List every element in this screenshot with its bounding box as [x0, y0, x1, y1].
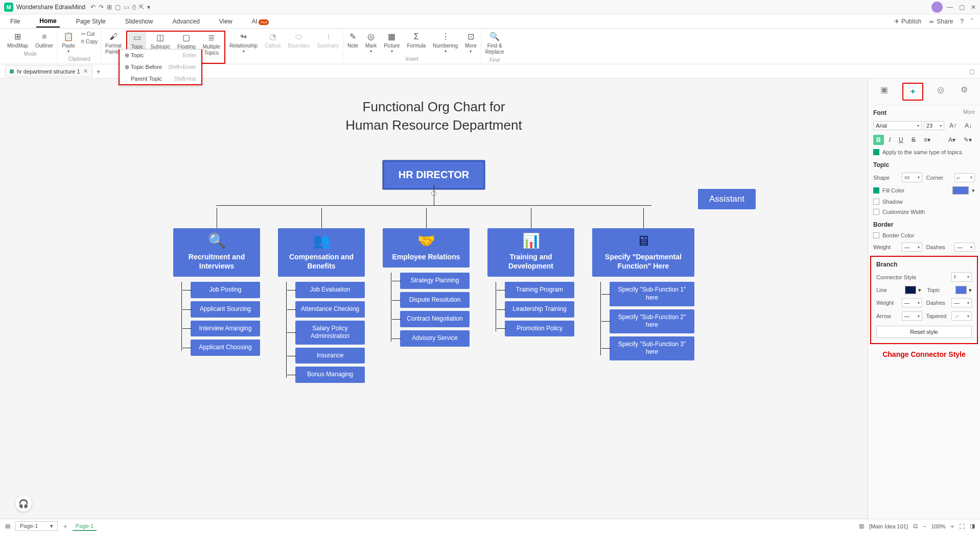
close-icon[interactable]: ✕ [971, 4, 976, 11]
sub-node[interactable]: Specify "Sub-Function 2" here [610, 309, 694, 333]
apply-same-checkbox[interactable]: Apply to the same type of topics [868, 147, 980, 157]
file-tab[interactable]: hr department structure 1 ✕ [5, 65, 92, 77]
sub-node[interactable]: Contract Negotiation [400, 311, 470, 327]
sub-node[interactable]: Attendance Checking [295, 301, 365, 318]
relationship-button[interactable]: ↬Relationship▾ [226, 31, 261, 55]
note-button[interactable]: ✎Note [344, 31, 361, 55]
help-icon[interactable]: ? [960, 18, 964, 25]
fillcolor-checkbox[interactable]: Fill Color▾ [868, 184, 980, 197]
node-assistant[interactable]: Assistant [698, 189, 756, 209]
more-insert-button[interactable]: ⊡More▾ [462, 31, 480, 55]
sub-node[interactable]: Bonus Managing [295, 367, 365, 383]
dd-topic-before[interactable]: ⊕ Topic BeforeShift+Enter [120, 61, 201, 73]
redo-icon[interactable]: ↷ [99, 4, 104, 11]
font-color-button[interactable]: A▾ [945, 135, 959, 145]
new-icon[interactable]: ⊞ [107, 4, 112, 11]
highlight-button[interactable]: ✎▾ [961, 135, 975, 145]
arrow-select[interactable]: —▾ [902, 311, 922, 321]
mindmap-button[interactable]: ⊞MindMap [4, 31, 31, 50]
sb-form-icon[interactable]: ▥ [859, 523, 864, 529]
close-tab-icon[interactable]: ✕ [83, 68, 88, 75]
minimize-icon[interactable]: — [947, 4, 953, 11]
bold-button[interactable]: B [873, 135, 884, 145]
topic-color-swatch[interactable] [955, 286, 967, 294]
paste-button[interactable]: 📋Paste▾ [59, 31, 78, 55]
user-avatar[interactable] [931, 2, 943, 13]
border-weight-select[interactable]: —▾ [902, 243, 922, 252]
font-shrink-button[interactable]: A↓ [962, 120, 975, 131]
dept-node[interactable]: 🤝 Employee Relations [383, 228, 470, 268]
bordercolor-checkbox[interactable]: Border Color [868, 230, 980, 240]
font-family-select[interactable]: Arial▾ [873, 121, 922, 130]
sub-node[interactable]: Promotion Policy [505, 321, 574, 337]
menu-pagestyle[interactable]: Page Style [73, 16, 109, 27]
menu-home[interactable]: Home [36, 15, 59, 28]
sub-node[interactable]: Applicant Choosing [191, 340, 260, 356]
qat-more-icon[interactable]: ▾ [147, 4, 150, 11]
picture-button[interactable]: ▦Picture▾ [381, 31, 403, 55]
export-icon[interactable]: ⇱ [139, 4, 144, 11]
font-more[interactable]: More [963, 109, 975, 115]
sb-fit-icon[interactable]: ⊡ [913, 523, 918, 529]
find-replace-button[interactable]: 🔍Find & Replace [482, 31, 507, 56]
page-select[interactable]: Page-1▾ [15, 521, 58, 531]
sub-node[interactable]: Training Program [505, 282, 574, 298]
line-color-swatch[interactable] [905, 286, 916, 294]
sub-node[interactable]: Advisory Service [400, 330, 470, 347]
strike-button[interactable]: S [908, 135, 919, 145]
shadow-checkbox[interactable]: Shadow [868, 197, 980, 207]
dept-node[interactable]: 🖥 Specify "Departmental Function" Here [592, 228, 694, 277]
publish-button[interactable]: ✈Publish [894, 18, 921, 25]
menu-slideshow[interactable]: Slideshow [122, 16, 156, 27]
sub-node[interactable]: Dispute Resolution [400, 292, 470, 308]
sb-panel-icon[interactable]: ◨ [970, 523, 975, 529]
dd-topic[interactable]: ⊕ TopicEnter [120, 50, 201, 61]
menu-view[interactable]: View [216, 16, 236, 27]
customwidth-checkbox[interactable]: Customize Width [868, 207, 980, 217]
open-icon[interactable]: ▢ [115, 4, 121, 11]
copy-button[interactable]: ⎘Copy [79, 38, 100, 45]
sub-node[interactable]: Applicant Sourcing [191, 301, 260, 318]
zoom-out-button[interactable]: − [923, 523, 926, 529]
save-icon[interactable]: ▭ [124, 4, 129, 11]
menu-advanced[interactable]: Advanced [169, 16, 202, 27]
sidetab-style[interactable]: ✦ [902, 83, 923, 101]
collapse-ribbon-icon[interactable]: ˆ [971, 18, 973, 25]
italic-button[interactable]: I [886, 135, 894, 145]
dd-parent-topic[interactable]: Parent TopicShift+Ins [120, 73, 201, 84]
dept-node[interactable]: 📊 Training and Development [487, 228, 574, 277]
branch-dashes-select[interactable]: —▾ [951, 298, 972, 307]
font-size-select[interactable]: 23▾ [924, 121, 944, 130]
mark-button[interactable]: ◎Mark▾ [362, 31, 380, 55]
help-float-button[interactable]: 🎧 [15, 495, 32, 512]
menu-ai[interactable]: AIHot [249, 16, 272, 27]
add-page-button[interactable]: + [63, 522, 67, 530]
tab-options-icon[interactable]: ▢ [969, 68, 975, 75]
formula-button[interactable]: ΣFormula [404, 31, 429, 55]
zoom-in-button[interactable]: + [951, 523, 954, 529]
sub-node[interactable]: Job Posting [191, 282, 260, 298]
sub-node[interactable]: Insurance [295, 348, 365, 364]
numbering-button[interactable]: ⋮Numbering▾ [430, 31, 461, 55]
underline-button[interactable]: U [896, 135, 906, 145]
add-tab-button[interactable]: + [97, 67, 101, 76]
multiple-topics-button[interactable]: ≣Multiple Topics [200, 32, 223, 57]
fullscreen-icon[interactable]: ⛶ [959, 523, 965, 529]
undo-icon[interactable]: ↶ [90, 4, 96, 11]
sidetab-settings[interactable]: ⚙ [959, 83, 970, 101]
sub-node[interactable]: Salary Policy Administration [295, 321, 365, 345]
share-button[interactable]: ⫘Share [928, 18, 953, 25]
outliner-button[interactable]: ≡Outliner [32, 31, 56, 50]
sub-node[interactable]: Strategy Planning [400, 273, 470, 289]
tapered-select[interactable]: ⟋▾ [951, 311, 972, 321]
reset-style-button[interactable]: Reset style [876, 326, 972, 338]
connector-style-select[interactable]: ⊦▾ [951, 272, 972, 282]
sub-node[interactable]: Specify "Sub-Function 3" here [610, 336, 694, 360]
branch-weight-select[interactable]: —▾ [902, 298, 922, 307]
font-grow-button[interactable]: A↑ [946, 120, 960, 131]
menu-file[interactable]: File [7, 16, 23, 27]
zoom-value[interactable]: 100% [931, 523, 945, 529]
sub-node[interactable]: Interview Arranging [191, 321, 260, 337]
align-button[interactable]: ≡▾ [921, 135, 934, 145]
print-icon[interactable]: ⎙ [132, 4, 136, 11]
